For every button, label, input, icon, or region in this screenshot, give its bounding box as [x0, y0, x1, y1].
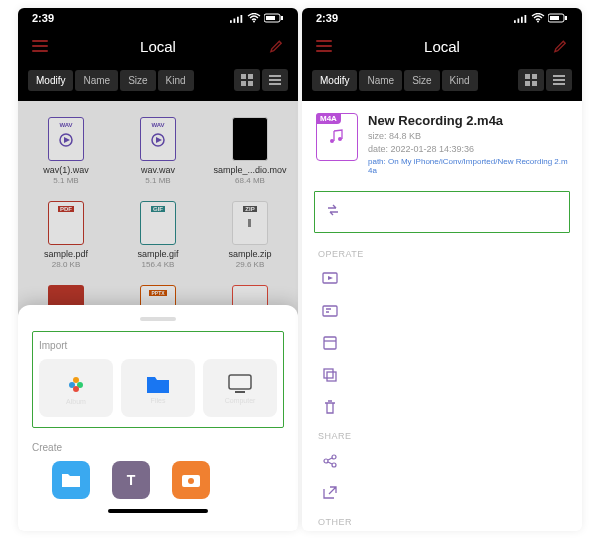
svg-rect-2	[237, 16, 239, 22]
left-screenshot: 2:39 Local Modify Name Size Kind WAVwav(…	[18, 8, 298, 531]
grid-view-icon[interactable]	[234, 69, 260, 91]
computer-icon	[227, 373, 253, 395]
file-item[interactable]: WAVwav.wav5.1 MB	[114, 111, 202, 191]
play-slides-icon	[322, 271, 338, 287]
create-folder-button[interactable]	[52, 461, 90, 499]
grid-view-icon[interactable]	[518, 69, 544, 91]
svg-point-32	[537, 21, 539, 23]
delete-action[interactable]	[302, 391, 582, 423]
edit-icon[interactable]	[269, 38, 284, 53]
import-album-button[interactable]: Album	[39, 359, 113, 417]
header: Local	[18, 28, 298, 63]
status-icons	[514, 13, 568, 23]
tab-name[interactable]: Name	[75, 70, 118, 91]
create-row: T	[32, 461, 284, 499]
bottom-sheet: Import Album Files Computer	[18, 305, 298, 531]
svg-rect-9	[248, 74, 253, 79]
operate-header: OPERATE	[302, 241, 582, 263]
sort-tabs: Modify Name Size Kind	[18, 63, 298, 101]
menu-icon[interactable]	[316, 40, 332, 52]
create-label: Create	[32, 442, 284, 453]
tab-kind[interactable]: Kind	[158, 70, 194, 91]
file-item[interactable]: sample_...dio.mov68.4 MB	[206, 111, 294, 191]
edit-icon[interactable]	[553, 38, 568, 53]
status-time: 2:39	[32, 12, 54, 24]
create-camera-button[interactable]	[172, 461, 210, 499]
tab-name[interactable]: Name	[359, 70, 402, 91]
zip-action[interactable]	[302, 327, 582, 359]
status-bar: 2:39	[302, 8, 582, 28]
svg-rect-3	[241, 15, 243, 23]
svg-rect-28	[514, 20, 516, 23]
svg-rect-36	[525, 74, 530, 79]
import-computer-button[interactable]: Computer	[203, 359, 277, 417]
file-name: New Recording 2.m4a	[368, 113, 568, 128]
rename-icon	[322, 303, 338, 319]
file-item[interactable]: ZIPsample.zip29.6 KB	[206, 195, 294, 275]
svg-point-52	[332, 463, 336, 467]
svg-rect-29	[518, 18, 520, 22]
signal-icon	[514, 14, 528, 23]
svg-point-19	[73, 377, 79, 383]
svg-point-22	[73, 386, 79, 392]
svg-rect-10	[241, 81, 246, 86]
home-indicator[interactable]	[108, 509, 208, 513]
play-action[interactable]	[302, 263, 582, 295]
tab-size[interactable]: Size	[120, 70, 155, 91]
svg-rect-39	[532, 81, 537, 86]
sheet-handle[interactable]	[140, 317, 176, 321]
new-folder-icon	[61, 472, 81, 488]
menu-icon[interactable]	[32, 40, 48, 52]
tab-modify[interactable]: Modify	[28, 70, 73, 91]
svg-rect-11	[248, 81, 253, 86]
file-detail: M4A New Recording 2.m4a size: 84.8 KB da…	[302, 101, 582, 187]
svg-rect-31	[525, 15, 527, 23]
right-screenshot: 2:39 Local Modify Name Size Kind M4A	[302, 8, 582, 531]
svg-rect-42	[553, 83, 565, 85]
export-action[interactable]	[302, 477, 582, 509]
svg-rect-1	[234, 18, 236, 22]
list-view-icon[interactable]	[262, 69, 288, 91]
svg-rect-0	[230, 20, 232, 23]
rename-action[interactable]	[302, 295, 582, 327]
sort-tabs: Modify Name Size Kind	[302, 63, 582, 101]
battery-icon	[548, 13, 568, 23]
status-bar: 2:39	[18, 8, 298, 28]
svg-rect-7	[281, 16, 283, 20]
create-text-button[interactable]: T	[112, 461, 150, 499]
file-item[interactable]: WAVwav(1).wav5.1 MB	[22, 111, 110, 191]
list-view-icon[interactable]	[546, 69, 572, 91]
music-note-icon	[328, 128, 346, 146]
file-item[interactable]: PDFsample.pdf28.0 KB	[22, 195, 110, 275]
header-title: Local	[424, 38, 460, 55]
file-item[interactable]: GIFsample.gif156.4 KB	[114, 195, 202, 275]
svg-text:T: T	[127, 472, 136, 488]
trash-icon	[322, 399, 338, 415]
battery-icon	[264, 13, 284, 23]
svg-rect-30	[521, 16, 523, 22]
copy-action[interactable]	[302, 359, 582, 391]
svg-rect-37	[532, 74, 537, 79]
svg-rect-40	[553, 75, 565, 77]
wifi-icon	[531, 13, 545, 23]
import-label: Import	[39, 340, 277, 351]
share-action[interactable]	[302, 445, 582, 477]
m4a-file-icon: M4A	[316, 113, 358, 161]
tab-modify[interactable]: Modify	[312, 70, 357, 91]
export-icon	[322, 485, 338, 501]
photos-icon	[64, 372, 88, 396]
svg-rect-23	[229, 375, 251, 389]
svg-point-43	[330, 139, 334, 143]
archive-icon	[322, 335, 338, 351]
convert-icon	[325, 202, 341, 218]
svg-rect-13	[269, 79, 281, 81]
convert-action[interactable]	[314, 191, 570, 233]
tab-kind[interactable]: Kind	[442, 70, 478, 91]
svg-rect-14	[269, 83, 281, 85]
tab-size[interactable]: Size	[404, 70, 439, 91]
import-files-button[interactable]: Files	[121, 359, 195, 417]
status-time: 2:39	[316, 12, 338, 24]
svg-rect-17	[248, 219, 251, 227]
camera-icon	[181, 472, 201, 488]
share-header: SHARE	[302, 423, 582, 445]
